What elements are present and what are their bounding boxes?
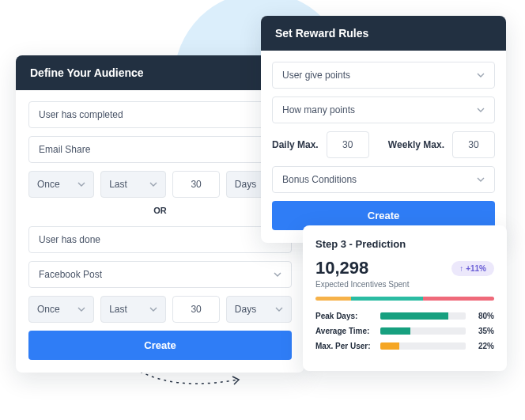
chevron-down-icon — [149, 182, 157, 187]
select-value: User give points — [282, 70, 350, 81]
reward-limits-row: Daily Max. 30 Weekly Max. 30 — [272, 131, 495, 158]
daily-max-input[interactable]: 30 — [327, 131, 369, 158]
select-value: Bonus Conditions — [282, 174, 357, 185]
gradient-bar — [315, 297, 494, 301]
frequency-select[interactable]: Once — [28, 171, 94, 198]
bonus-conditions-select[interactable]: Bonus Conditions — [272, 166, 495, 193]
chevron-down-icon — [477, 108, 485, 112]
range-select[interactable]: Last — [100, 171, 166, 198]
bar-fill — [380, 342, 399, 350]
bar-track — [380, 312, 466, 320]
arrow-up-icon: ↑ — [459, 264, 463, 273]
audience-action-select-1[interactable]: Email Share — [28, 136, 292, 163]
range-select[interactable]: Last — [100, 296, 166, 323]
frequency-select[interactable]: Once — [28, 296, 94, 323]
daily-max-label: Daily Max. — [272, 139, 319, 150]
select-value: Email Share — [39, 144, 90, 155]
metric-row: Peak Days:80% — [315, 312, 494, 320]
audience-condition-select-2[interactable]: User has done — [28, 226, 292, 253]
prediction-value: 10,298 — [315, 258, 368, 278]
metric-row: Average Time:35% — [315, 327, 494, 335]
audience-create-button[interactable]: Create — [28, 331, 292, 360]
audience-action-select-2[interactable]: Facebook Post — [28, 261, 292, 288]
audience-condition-select-1[interactable]: User has completed — [28, 101, 292, 128]
select-value: User has done — [39, 234, 100, 245]
number-input[interactable]: 30 — [172, 171, 220, 198]
chevron-down-icon — [77, 182, 85, 187]
weekly-max-input[interactable]: 30 — [452, 131, 495, 158]
chevron-down-icon — [149, 307, 157, 312]
change-badge: ↑ +11% — [451, 261, 494, 276]
audience-timing-row-2: Once Last 30 Days — [28, 296, 292, 323]
prediction-title: Step 3 - Prediction — [315, 238, 494, 250]
metric-label: Average Time: — [315, 327, 374, 335]
metrics-list: Peak Days:80%Average Time:35%Max. Per Us… — [315, 312, 494, 350]
metric-value: 22% — [472, 342, 494, 350]
bar-fill — [380, 312, 448, 320]
audience-timing-row-1: Once Last 30 Days — [28, 171, 292, 198]
chevron-down-icon — [274, 272, 281, 277]
number-input[interactable]: 30 — [172, 296, 220, 323]
select-value: How many points — [282, 104, 355, 115]
prediction-card: Step 3 - Prediction 10,298 ↑ +11% Expect… — [303, 225, 507, 371]
weekly-max-label: Weekly Max. — [388, 139, 444, 150]
or-divider: OR — [28, 206, 292, 215]
badge-value: +11% — [466, 264, 486, 273]
chevron-down-icon — [477, 73, 485, 78]
prediction-subtitle: Expected Incentives Spent — [315, 280, 494, 289]
reward-amount-select[interactable]: How many points — [272, 96, 495, 123]
reward-card: Set Reward Rules User give points How ma… — [261, 16, 506, 243]
select-value: Facebook Post — [39, 269, 102, 280]
bar-track — [380, 327, 466, 335]
metric-row: Max. Per User:22% — [315, 342, 494, 350]
unit-select[interactable]: Days — [226, 296, 292, 323]
metric-label: Max. Per User: — [315, 342, 374, 350]
metric-value: 35% — [472, 327, 494, 335]
bar-track — [380, 342, 466, 350]
select-value: User has completed — [39, 109, 123, 120]
chevron-down-icon — [77, 307, 85, 312]
chevron-down-icon — [477, 177, 485, 182]
metric-label: Peak Days: — [315, 312, 374, 320]
reward-title: Set Reward Rules — [261, 16, 506, 51]
chevron-down-icon — [275, 307, 283, 312]
bar-fill — [380, 327, 410, 335]
reward-type-select[interactable]: User give points — [272, 62, 495, 89]
metric-value: 80% — [472, 312, 494, 320]
